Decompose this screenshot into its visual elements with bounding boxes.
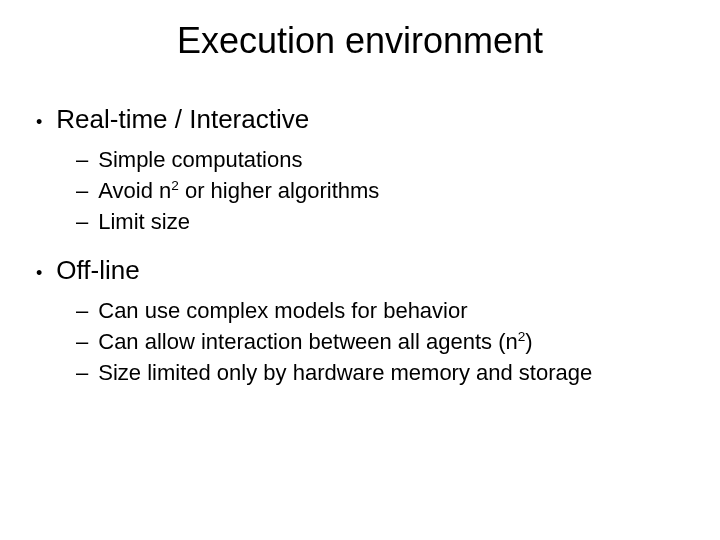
dash-marker: – — [76, 207, 88, 238]
subbullet-text: Limit size — [98, 207, 190, 238]
subbullet-text: Avoid n2 or higher algorithms — [98, 176, 379, 207]
subbullet-text: Can use complex models for behavior — [98, 296, 467, 327]
subbullet-text: Size limited only by hardware memory and… — [98, 358, 592, 389]
dash-marker: – — [76, 145, 88, 176]
subbullet: – Size limited only by hardware memory a… — [36, 358, 684, 389]
dash-marker: – — [76, 358, 88, 389]
bullet-text: Real-time / Interactive — [56, 100, 309, 139]
bullet-offline: • Off-line — [36, 251, 684, 290]
dash-marker: – — [76, 176, 88, 207]
subbullet: – Limit size — [36, 207, 684, 238]
dash-marker: – — [76, 296, 88, 327]
subbullet: – Can allow interaction between all agen… — [36, 327, 684, 358]
bullet-text: Off-line — [56, 251, 139, 290]
slide-content: • Real-time / Interactive – Simple compu… — [0, 100, 720, 389]
subbullet: – Simple computations — [36, 145, 684, 176]
bullet-marker: • — [36, 260, 42, 287]
dash-marker: – — [76, 327, 88, 358]
subbullet-text: Simple computations — [98, 145, 302, 176]
subbullet-text: Can allow interaction between all agents… — [98, 327, 532, 358]
subbullet: – Avoid n2 or higher algorithms — [36, 176, 684, 207]
subbullet: – Can use complex models for behavior — [36, 296, 684, 327]
bullet-realtime: • Real-time / Interactive — [36, 100, 684, 139]
bullet-marker: • — [36, 109, 42, 136]
slide-title: Execution environment — [0, 20, 720, 62]
